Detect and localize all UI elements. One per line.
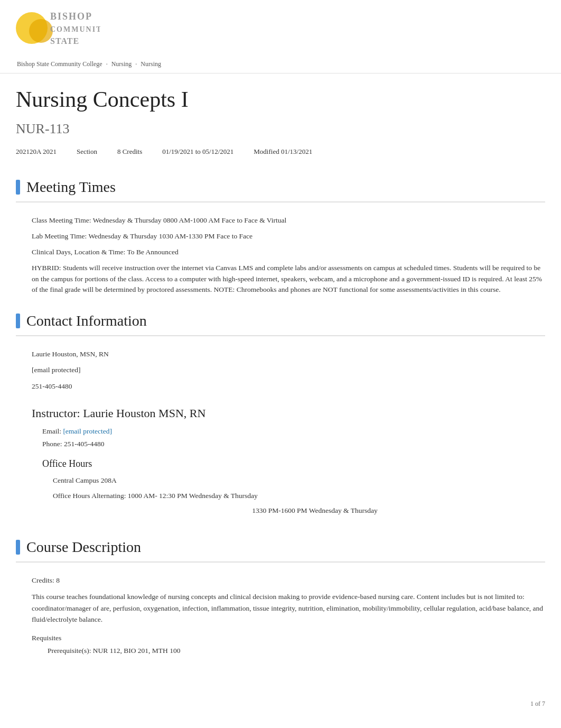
logo-circle-gold [29,19,53,43]
contact-info-title: Contact Information [26,310,147,332]
clinical-info: Clinical Days, Location & Time: To Be An… [32,247,545,257]
instructor-phone-line: Phone: 251-405-4480 [32,439,545,449]
contact-email[interactable]: [email protected] [32,365,545,375]
breadcrumb-item-2[interactable]: Nursing [111,60,132,68]
breadcrumb-item-1[interactable]: Bishop State Community College [17,60,102,68]
course-section-label: Section [77,146,97,157]
course-desc-title: Course Description [26,536,141,558]
logo-text: BISHOP COMMUNITY STATE [50,10,100,48]
instructor-phone-value: 251-405-4480 [64,440,105,448]
meeting-times-icon [16,180,20,195]
college-logo: BISHOP COMMUNITY STATE [16,10,100,52]
course-dates: 01/19/2021 to 05/12/2021 [162,146,233,157]
breadcrumb-item-3[interactable]: Nursing [141,60,161,68]
contact-info-icon [16,314,20,328]
breadcrumb-separator-2: · [135,60,138,68]
breadcrumb-separator-1: · [106,60,109,68]
instructor-section: Instructor: Laurie Houston MSN, RN Email… [16,397,545,516]
requisites-label: Requisites [32,633,545,643]
meeting-times-body: Class Meeting Time: Wednesday & Thursday… [16,210,545,301]
course-meta: 202120A 2021 Section 8 Credits 01/19/202… [16,146,545,157]
instructor-email-line: Email: [email protected] [32,426,545,437]
credits-line: Credits: 8 [32,575,545,586]
prerequisite-courses: NUR 112, BIO 201, MTH 100 [93,647,181,655]
credits-label: Credits: [32,576,54,584]
contact-info-header: Contact Information [16,300,545,332]
contact-phone: 251-405-4480 [32,381,545,392]
credits-value: 8 [56,576,60,584]
phone-label: Phone: [42,440,62,448]
course-modified: Modified 01/13/2021 [254,146,312,157]
office-hours-body: Central Campus 208A Office Hours Alterna… [32,475,545,501]
course-desc-header: Course Description [16,527,545,558]
office-location: Central Campus 208A [53,475,545,486]
prerequisite-value: Prerequisite(s): NUR 112, BIO 201, MTH 1… [32,646,545,656]
course-desc-body: Credits: 8 This course teaches foundatio… [16,570,545,662]
lab-meeting-time: Lab Meeting Time: Wednesday & Thursday 1… [32,231,545,242]
meeting-times-title: Meeting Times [26,176,116,198]
class-meeting-time: Class Meeting Time: Wednesday & Thursday… [32,215,545,226]
breadcrumb: Bishop State Community College · Nursing… [0,57,561,73]
course-desc-icon [16,540,20,555]
office-hours-title: Office Hours [32,457,545,471]
contact-info-body: Laurie Houston, MSN, RN [email protected… [16,344,545,397]
instructor-email-link[interactable]: [email protected] [63,427,112,435]
course-term: 202120A 2021 [16,146,57,157]
office-hours-1: Office Hours Alternating: 1000 AM- 12:30… [53,491,545,501]
hybrid-note: HYBRID: Students will receive instructio… [32,263,545,295]
office-hours-2: 1330 PM-1600 PM Wednesday & Thursday [32,505,545,516]
main-content: Nursing Concepts I NUR-113 202120A 2021 … [0,83,561,683]
course-title: Nursing Concepts I [16,83,545,116]
page-number: 1 of 7 [0,694,561,714]
prerequisite-label: Prerequisite(s): [48,647,91,655]
contact-name: Laurie Houston, MSN, RN [32,349,545,360]
course-credits: 8 Credits [117,146,142,157]
course-code: NUR-113 [16,118,545,139]
contact-info-divider [16,335,545,336]
meeting-times-header: Meeting Times [16,167,545,198]
course-desc-divider [16,561,545,563]
header: BISHOP COMMUNITY STATE [0,0,561,57]
course-description-text: This course teaches foundational knowled… [32,591,545,625]
email-label: Email: [42,427,61,435]
meeting-times-divider [16,201,545,202]
instructor-title: Instructor: Laurie Houston MSN, RN [32,404,545,422]
